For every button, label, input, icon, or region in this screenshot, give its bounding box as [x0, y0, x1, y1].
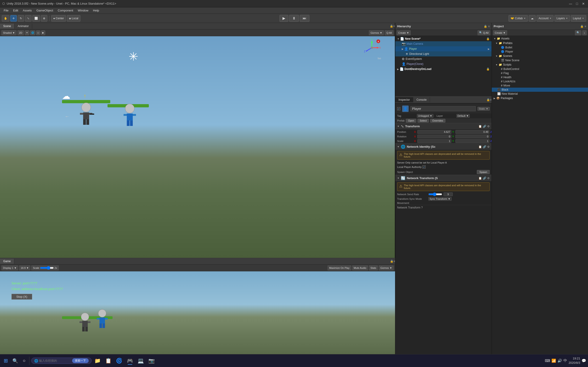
project-folder-packages[interactable]: ▶ 📦 Packages	[492, 96, 588, 100]
project-folder-scenes[interactable]: ▼ 📁 Scenes	[492, 54, 588, 58]
tab-console[interactable]: Console	[413, 97, 430, 102]
search-box[interactable]: 🌐 搜索一下	[31, 358, 92, 364]
hierarchy-more-icon[interactable]: ≡	[488, 25, 490, 28]
project-folder-prefabs[interactable]: ▼ 📁 Prefabs	[492, 41, 588, 45]
hierarchy-search[interactable]: 🔍 Q:All	[477, 30, 490, 35]
project-file-bulletcontrol[interactable]: # BulletControl	[492, 67, 588, 71]
scene-more-icon[interactable]: ≡	[393, 25, 395, 28]
menu-file[interactable]: File	[1, 8, 11, 13]
mute-audio[interactable]: Mute Audio	[352, 265, 368, 270]
local-player-checkbox[interactable]	[422, 165, 426, 169]
menu-component[interactable]: Component	[55, 8, 75, 13]
prefab-select-button[interactable]: Select	[418, 119, 429, 123]
q-all-dropdown[interactable]: Q:All	[385, 30, 393, 35]
menu-assets[interactable]: Assets	[20, 8, 34, 13]
hierarchy-item-player-clone[interactable]: 👤 Player(Clone)	[395, 61, 492, 67]
project-folder-scripts[interactable]: ▼ 📁 Scripts	[492, 62, 588, 67]
game-lock-icon[interactable]: 🔒	[390, 260, 393, 263]
pause-button[interactable]: ⏸	[289, 15, 299, 22]
prefab-open-button[interactable]: Open	[406, 119, 416, 123]
inspector-lock-icon[interactable]: 🔒	[486, 98, 490, 101]
transform-cog-icon[interactable]: ⚙	[487, 125, 490, 128]
transform-settings-icon[interactable]: 📋	[478, 125, 482, 128]
pos-y-input[interactable]	[456, 130, 489, 134]
layers-button[interactable]: Layers ▼	[554, 15, 570, 22]
tab-game[interactable]: Game	[0, 259, 14, 264]
display-dropdown[interactable]: Display 1 ▼	[1, 265, 18, 270]
scale-slider[interactable]	[40, 267, 54, 269]
step-button[interactable]: ⏭	[300, 15, 309, 22]
nettransform-link-icon[interactable]: 🔗	[483, 177, 486, 180]
send-rate-slider[interactable]	[428, 193, 442, 196]
rotate-tool[interactable]: ↻	[18, 15, 24, 22]
tab-animator[interactable]: Animator	[15, 24, 32, 29]
taskbar-mail[interactable]: 📋	[103, 357, 113, 365]
nettransform-cog-icon[interactable]: ⚙	[487, 177, 490, 180]
collab-button[interactable]: 🤝 Collab ▼	[509, 15, 528, 22]
rot-x-input[interactable]	[417, 135, 451, 138]
scene-fog-btn[interactable]: ◻	[36, 31, 40, 35]
maximize-button[interactable]: □	[575, 1, 579, 6]
project-sort[interactable]: ↕	[582, 30, 587, 35]
start-button[interactable]: ⊞	[2, 357, 10, 365]
inspector-more-icon[interactable]: ≡	[490, 98, 492, 101]
project-file-player-prefab[interactable]: 🔵 Player	[492, 50, 588, 54]
tab-scene[interactable]: Scene	[0, 24, 15, 29]
transform-tool[interactable]: ⊕	[41, 15, 47, 22]
spawn-button[interactable]: Spawn	[477, 170, 490, 174]
center-button[interactable]: ● Center	[51, 15, 66, 22]
search-input[interactable]	[39, 359, 71, 362]
maximize-on-play[interactable]: Maximize On Play	[328, 265, 351, 270]
project-file-bullet[interactable]: 🔵 Bullet	[492, 45, 588, 50]
scale-y-input[interactable]	[456, 139, 489, 143]
scene-skybox-btn[interactable]: 🌐	[30, 31, 35, 35]
search-button[interactable]: 🔍	[10, 357, 20, 365]
scale-x-input[interactable]	[417, 139, 451, 143]
stop-button[interactable]: Stop (X)	[11, 294, 32, 300]
network-transform-header[interactable]: ▼ 🔄 Network Transform (S 📋 🔗 ⚙	[395, 175, 492, 181]
taskbar-unity[interactable]: 🎮	[125, 357, 135, 365]
nettransform-settings-icon[interactable]: 📋	[478, 177, 482, 180]
scene-lock-icon[interactable]: 🔒	[390, 25, 393, 28]
taskbar-vs[interactable]: 💻	[136, 357, 146, 365]
tab-inspector[interactable]: Inspector	[395, 97, 413, 102]
minimize-button[interactable]: —	[568, 1, 573, 6]
scene-light-btn[interactable]: ☀	[25, 31, 29, 35]
gizmos-dropdown[interactable]: Gizmos ▼	[369, 30, 384, 35]
project-create-dropdown[interactable]: Create ▼	[493, 30, 507, 35]
stats-button[interactable]: Stats	[369, 265, 378, 270]
project-file-black[interactable]: ⬛ Black	[492, 88, 588, 92]
search-go-button[interactable]: 搜索一下	[72, 358, 89, 363]
pos-x-input[interactable]	[417, 130, 451, 134]
notification-icon[interactable]: 💬	[582, 359, 586, 363]
move-tool[interactable]: ✛	[10, 15, 17, 22]
project-search[interactable]: 🔍	[575, 30, 581, 35]
network-identity-header[interactable]: ▼ 🌐 Network Identity (Sc 📋 🔗 ⚙	[395, 143, 492, 150]
project-file-health[interactable]: # Health	[492, 75, 588, 79]
game-gizmos-dropdown[interactable]: Gizmos ▼	[379, 265, 394, 270]
taskbar-camera[interactable]: 📷	[147, 357, 156, 365]
hierarchy-item-dontdestroy[interactable]: ▶ 📄 DontDestroyOnLoad 🔒	[395, 67, 492, 72]
active-checkbox[interactable]	[397, 107, 400, 110]
hierarchy-item-new-scene[interactable]: ▼ 📄 New Scene* 🔒	[395, 36, 492, 41]
sync-mode-dropdown[interactable]: Sync Transform ▼	[428, 197, 451, 201]
taskbar-browser[interactable]: 🌀	[114, 357, 124, 365]
project-file-flag[interactable]: # Flag	[492, 71, 588, 75]
menu-edit[interactable]: Edit	[11, 8, 20, 13]
view-mode-dropdown[interactable]: 2D	[17, 30, 24, 35]
panel-corner-icon[interactable]: ≡	[392, 37, 394, 41]
menu-gameobject[interactable]: GameObject	[34, 8, 55, 13]
close-button[interactable]: ✕	[581, 1, 586, 6]
project-file-move[interactable]: # Move	[492, 83, 588, 88]
hierarchy-item-directional-light[interactable]: ☀ Directional Light	[395, 51, 492, 56]
netid-link-icon[interactable]: 🔗	[483, 145, 486, 148]
hierarchy-create-dropdown[interactable]: Create ▼	[397, 30, 411, 35]
layout-button[interactable]: Layout ▼	[571, 15, 586, 22]
shading-dropdown[interactable]: Shaded ▼	[1, 30, 17, 35]
prefab-overrides-button[interactable]: Overrides	[430, 119, 445, 123]
cloud-button[interactable]: ☁	[529, 15, 536, 22]
project-file-new-material[interactable]: ⬜ New Material	[492, 92, 588, 96]
game-more-icon[interactable]: ≡	[393, 260, 395, 263]
hierarchy-item-eventsystem[interactable]: ⚙ EventSystem	[395, 56, 492, 61]
hierarchy-item-main-camera[interactable]: 📷 Main Camera	[395, 41, 492, 46]
